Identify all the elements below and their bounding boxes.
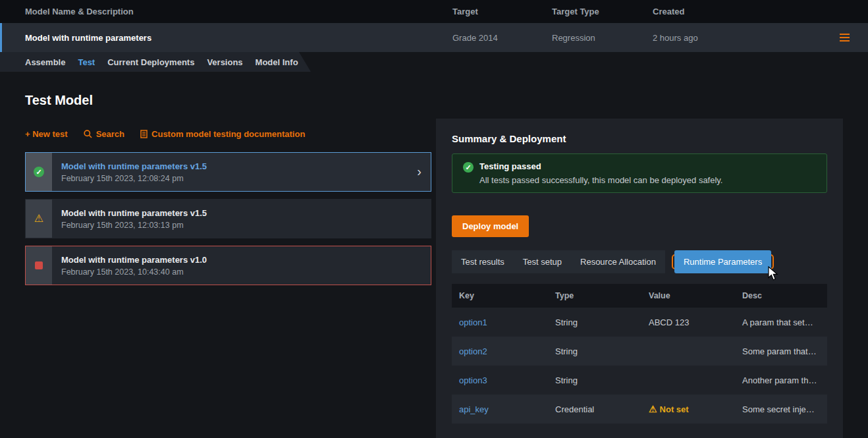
new-test-button[interactable]: + New test [25, 129, 68, 139]
model-list-header: Model Name & Description Target Target T… [0, 0, 868, 23]
test-item-title: Model with runtime parameters v1.0 [61, 255, 207, 265]
new-test-label: + New test [25, 129, 68, 139]
param-value [641, 366, 735, 395]
model-target-type: Regression [552, 33, 653, 43]
search-label: Search [96, 129, 124, 139]
param-value: Not set [660, 404, 689, 414]
param-desc: A param that set… [735, 308, 827, 337]
page-title: Test Model [25, 93, 868, 108]
test-list-item[interactable]: Model with runtime parameters v1.0 Febru… [25, 246, 431, 285]
test-item-title: Model with runtime parameters v1.5 [61, 208, 207, 218]
test-list-panel: + New test Search Custom model testing d… [25, 129, 431, 292]
param-row: option3 String Another param th… [452, 366, 827, 395]
chevron-right-icon[interactable]: › [417, 164, 421, 179]
param-desc: Another param th… [735, 366, 827, 395]
test-item-title: Model with runtime parameters v1.5 [61, 161, 207, 171]
params-header-type: Type [548, 284, 641, 308]
banner-title: Testing passed [479, 161, 722, 171]
tab-assemble[interactable]: Assemble [25, 57, 65, 67]
test-item-date: February 15th 2023, 12:03:13 pm [61, 221, 207, 230]
tab-runtime-parameters[interactable]: Runtime Parameters [674, 250, 771, 273]
deploy-model-button[interactable]: Deploy model [452, 215, 529, 237]
document-icon [140, 130, 148, 138]
model-name: Model with runtime parameters [0, 33, 452, 43]
column-header-target: Target [452, 7, 552, 16]
test-list: ✓ Model with runtime parameters v1.5 Feb… [25, 152, 431, 285]
test-item-date: February 15th 2023, 12:08:24 pm [61, 174, 207, 183]
summary-panel: Summary & Deployment ✓ Testing passed Al… [436, 119, 843, 438]
param-key-link[interactable]: api_key [459, 404, 489, 414]
status-column: ✓ [26, 153, 52, 191]
tab-current-deployments[interactable]: Current Deployments [107, 57, 194, 67]
column-header-name: Model Name & Description [0, 7, 452, 16]
summary-tab-strip: Test results Test setup Resource Allocat… [452, 250, 827, 273]
param-row: option2 String Some param that… [452, 337, 827, 366]
docs-link[interactable]: Custom model testing documentation [140, 129, 305, 139]
success-check-icon: ✓ [463, 162, 474, 173]
model-target: Grade 2014 [452, 33, 552, 43]
test-actions: + New test Search Custom model testing d… [25, 129, 431, 139]
status-column: ⚠ [26, 200, 52, 238]
params-header-value: Value [641, 284, 735, 308]
runtime-parameters-table: Key Type Value Desc option1 String ABCD … [452, 284, 827, 424]
model-row[interactable]: Model with runtime parameters Grade 2014… [0, 23, 868, 52]
model-tab-strip: Assemble Test Current Deployments Versio… [0, 52, 311, 72]
tab-versions[interactable]: Versions [207, 57, 242, 67]
param-row: option1 String ABCD 123 A param that set… [452, 308, 827, 337]
tab-test-setup[interactable]: Test setup [514, 250, 571, 273]
test-item-body: Model with runtime parameters v1.5 Febru… [52, 153, 207, 191]
param-key-link[interactable]: option3 [459, 375, 487, 385]
tab-model-info[interactable]: Model Info [256, 57, 298, 67]
hamburger-menu-icon[interactable] [840, 32, 850, 43]
summary-title: Summary & Deployment [452, 133, 827, 144]
param-type: String [548, 337, 641, 366]
docs-label: Custom model testing documentation [151, 129, 305, 139]
warning-triangle-icon: ⚠ [34, 213, 43, 224]
params-header-desc: Desc [735, 284, 827, 308]
test-list-item[interactable]: ✓ Model with runtime parameters v1.5 Feb… [25, 152, 431, 192]
success-check-icon: ✓ [34, 167, 44, 177]
test-list-item[interactable]: ⚠ Model with runtime parameters v1.5 Feb… [25, 199, 431, 238]
error-stop-icon [35, 261, 43, 269]
search-icon [84, 130, 92, 138]
banner-text: Testing passed All tests passed successf… [479, 161, 722, 185]
test-item-body: Model with runtime parameters v1.5 Febru… [52, 200, 207, 238]
search-button[interactable]: Search [84, 129, 124, 139]
param-type: Credential [548, 395, 641, 424]
tab-test-results[interactable]: Test results [452, 250, 514, 273]
not-set-warning: ⚠Not set [649, 404, 689, 414]
status-column [26, 246, 52, 285]
column-header-target-type: Target Type [552, 7, 653, 16]
testing-passed-banner: ✓ Testing passed All tests passed succes… [452, 153, 827, 193]
param-value [641, 337, 735, 366]
param-key-link[interactable]: option1 [459, 317, 487, 327]
param-desc: Some secret inje… [735, 395, 827, 424]
banner-subtext: All tests passed successfully, this mode… [479, 175, 722, 185]
param-value: ABCD 123 [641, 308, 735, 337]
param-type: String [548, 308, 641, 337]
column-header-created: Created [653, 7, 868, 16]
test-item-body: Model with runtime parameters v1.0 Febru… [52, 246, 207, 285]
params-header-key: Key [452, 284, 548, 308]
model-created: 2 hours ago [653, 33, 868, 43]
param-desc: Some param that… [735, 337, 827, 366]
tab-test[interactable]: Test [78, 57, 95, 67]
active-tab-highlight: Runtime Parameters [672, 254, 774, 269]
param-key-link[interactable]: option2 [459, 346, 487, 356]
param-row: api_key Credential ⚠Not set Some secret … [452, 395, 827, 424]
test-item-date: February 15th 2023, 10:43:40 am [61, 267, 207, 277]
params-header-row: Key Type Value Desc [452, 284, 827, 308]
warning-triangle-icon: ⚠ [649, 404, 657, 414]
tab-resource-allocation[interactable]: Resource Allocation [571, 250, 665, 273]
param-type: String [548, 366, 641, 395]
